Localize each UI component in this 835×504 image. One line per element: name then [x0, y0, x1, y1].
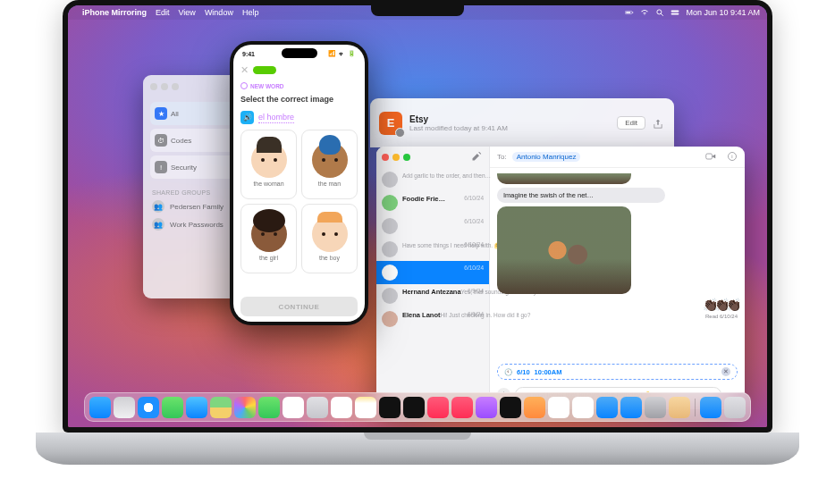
edit-button[interactable]: Edit [617, 116, 645, 130]
dock-app-messages[interactable] [162, 397, 183, 418]
read-receipt: Read 6/10/24 [497, 314, 738, 319]
messages-sidebar: Add garlic to the order, and then…Foodie… [376, 147, 490, 409]
message-preview: Add garlic to the order, and then… [402, 172, 491, 179]
speaker-icon[interactable]: 🔊 [240, 111, 254, 124]
compose-icon[interactable] [471, 151, 484, 164]
dock-app-music[interactable] [427, 397, 449, 418]
dock-app-numbers[interactable] [548, 397, 569, 418]
macbook-frame: iPhone Mirroring Edit View Window Help M… [63, 0, 772, 465]
incoming-bubble: Imagine the swish of the net… [497, 188, 665, 203]
conversation-row[interactable]: 6/10/24 [376, 214, 489, 238]
dock-app-keynote[interactable] [596, 397, 618, 418]
svg-rect-1 [627, 12, 631, 13]
dock-trash[interactable] [724, 397, 746, 418]
svg-text:i: i [731, 154, 732, 159]
conversation-row[interactable]: 6/10/24 [376, 261, 489, 284]
answer-card[interactable]: the man [301, 130, 358, 199]
avatar-man [312, 142, 348, 178]
conversation-row[interactable]: Hernand AntezanaYes, that sounds good! S… [376, 284, 489, 307]
video-call-icon[interactable] [705, 151, 716, 164]
avatar [382, 311, 398, 327]
svg-point-3 [657, 10, 662, 14]
dock-downloads[interactable] [700, 397, 721, 418]
note-app-icon: E [379, 112, 402, 135]
macbook-base [36, 433, 799, 465]
contact-name: Hernand Antezana [402, 288, 461, 296]
screen: iPhone Mirroring Edit View Window Help M… [68, 5, 767, 427]
conversation-row[interactable]: Elena LanotHi! Just checking in. How did… [376, 307, 489, 331]
dock-app-home[interactable] [524, 397, 545, 418]
dock-app-calendar[interactable] [283, 397, 304, 418]
control-center-icon[interactable] [671, 8, 679, 17]
dock-app-maps[interactable] [210, 397, 232, 418]
dock-app-appstore[interactable] [620, 397, 642, 418]
cancel-schedule-icon[interactable]: ✕ [721, 367, 730, 376]
answer-card[interactable]: the boy [301, 204, 358, 273]
dock-separator [695, 399, 696, 416]
dock-app-launchpad[interactable] [114, 397, 135, 418]
svg-rect-2 [633, 12, 634, 13]
share-icon[interactable] [653, 117, 665, 130]
dock-app-settings[interactable] [645, 397, 666, 418]
dock-app-pages[interactable] [572, 397, 594, 418]
menu-view[interactable]: View [179, 8, 196, 17]
dock-app-iphone-mirroring[interactable] [379, 397, 401, 418]
avatar-girl [251, 216, 287, 252]
menu-help[interactable]: Help [242, 8, 259, 17]
display-notch [371, 5, 464, 16]
menu-edit[interactable]: Edit [156, 8, 170, 17]
cellular-icon: 📶 [328, 50, 336, 57]
notes-header-window: E Etsy Last modified today at 9:41 AM Ed… [370, 98, 674, 147]
app-name-menu[interactable]: iPhone Mirroring [82, 8, 147, 17]
dock-app-podcasts[interactable] [476, 397, 497, 418]
recipient-pill[interactable]: Antonio Manriquez [512, 152, 581, 162]
wifi-icon[interactable] [640, 8, 649, 17]
scheduled-send-pill[interactable]: 🕙 6/10 10:00AM ✕ [497, 364, 738, 380]
dynamic-island [282, 48, 317, 58]
dock-app-tv[interactable] [403, 397, 425, 418]
conversation-row[interactable]: Have some things I need help with. 🤗6/10… [376, 238, 489, 261]
dock-app-mail[interactable] [186, 397, 207, 418]
dock-app-photos[interactable] [234, 397, 256, 418]
dock-app-safari[interactable] [138, 397, 159, 418]
target-word[interactable]: el hombre [258, 113, 294, 123]
battery-icon[interactable] [625, 8, 634, 17]
spotlight-icon[interactable] [655, 8, 664, 17]
dock-app-stocks[interactable] [500, 397, 521, 418]
continue-button[interactable]: CONTINUE [240, 297, 358, 316]
battery-icon: 🔋 [348, 50, 356, 57]
to-label: To: [497, 153, 507, 161]
messages-window: Add garlic to the order, and then…Foodie… [376, 147, 745, 409]
menu-window[interactable]: Window [205, 8, 233, 17]
message-date: 6/10/24 [464, 241, 484, 248]
conversation-row[interactable]: Foodie Frie…6/10/24 [376, 191, 489, 214]
dock-app-facetime[interactable] [258, 397, 280, 418]
window-controls[interactable] [150, 83, 179, 90]
new-word-tag: NEW WORD [240, 82, 284, 89]
answer-card[interactable]: the woman [240, 130, 297, 199]
message-date: 6/9/24 [468, 288, 484, 294]
avatar [382, 265, 398, 281]
progress-bar [253, 66, 276, 74]
menubar-clock[interactable]: Mon Jun 10 9:41 AM [686, 8, 760, 17]
clock-icon: 🕙 [504, 368, 512, 376]
answer-card[interactable]: the girl [240, 204, 297, 273]
image-bubble-partial [497, 173, 631, 184]
avatar [382, 195, 398, 211]
avatar [382, 218, 398, 234]
dock-app-notes[interactable] [355, 397, 376, 418]
dock-app-contacts[interactable] [307, 397, 328, 418]
dock-app-finder[interactable] [89, 397, 111, 418]
window-controls[interactable] [382, 154, 410, 161]
message-preview: Have some things I need help with. 🤗 [402, 242, 502, 248]
contact-name: Elena Lanot [402, 311, 441, 319]
note-title: Etsy [409, 114, 508, 124]
close-lesson-icon[interactable]: ✕ [240, 64, 249, 76]
image-bubble[interactable] [497, 206, 631, 294]
dock-app-reminders[interactable] [331, 397, 352, 418]
avatar-boy [312, 216, 348, 252]
dock-app-passwords[interactable] [669, 397, 690, 418]
info-icon[interactable]: i [727, 151, 738, 164]
conversation-row[interactable]: Add garlic to the order, and then… [376, 168, 489, 191]
dock-app-news[interactable] [451, 397, 473, 418]
